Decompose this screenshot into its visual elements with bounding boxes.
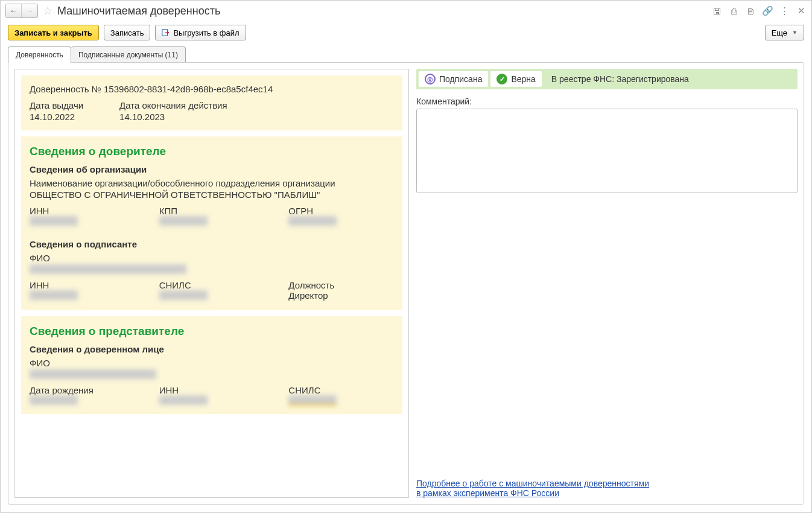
- back-button[interactable]: ←: [6, 4, 22, 18]
- more-button[interactable]: Еще▼: [765, 25, 804, 40]
- tab-signed-label: Подписанные документы (11): [78, 51, 178, 59]
- representative-section: Сведения о представителе Сведения о дове…: [21, 316, 402, 414]
- doc-number-box: Доверенность № 15396802-8831-42d8-968b-e…: [21, 75, 402, 130]
- signer-fio-redacted: xxxxxxxxxxxxxxxxxxxxxxxx: [30, 264, 186, 274]
- close-icon[interactable]: ✕: [796, 5, 807, 16]
- signer-position-value: Директор: [288, 290, 394, 301]
- document-view[interactable]: Доверенность № 15396802-8831-42d8-968b-e…: [14, 69, 409, 498]
- status-registry-label: В реестре ФНС: Зарегистрирована: [551, 74, 689, 84]
- save-label: Записать: [110, 28, 144, 37]
- issue-date-value: 14.10.2022: [30, 112, 83, 122]
- kpp-value-redacted: xxxxxxx: [159, 216, 208, 226]
- signer-inn-redacted: xxxxxxx: [30, 290, 78, 300]
- org-subtitle: Сведения об организации: [30, 164, 394, 174]
- rep-fio-redacted: xxxxxxxxxxxxxxxxxx: [30, 369, 156, 379]
- kpp-label: КПП: [159, 206, 265, 216]
- help-link-line2: в рамках эксперимента ФНС России: [416, 488, 559, 498]
- status-bar: ◎ Подписана ✓ Верна В реестре ФНС: Зарег…: [416, 69, 798, 89]
- rep-snils-label: СНИЛС: [288, 385, 394, 395]
- inn-label: ИНН: [30, 206, 135, 216]
- report-icon[interactable]: 🗎: [745, 5, 756, 16]
- signer-snils-redacted: xxxxxxxxx: [159, 290, 208, 300]
- more-vert-icon[interactable]: ⋮: [779, 5, 790, 16]
- rep-fio-label: ФИО: [30, 358, 394, 368]
- status-valid-label: Верна: [511, 74, 535, 84]
- save-close-label: Записать и закрыть: [14, 28, 92, 37]
- rep-title: Сведения о представителе: [30, 325, 394, 338]
- save-icon[interactable]: 🖫: [711, 5, 722, 16]
- save-and-close-button[interactable]: Записать и закрыть: [8, 25, 99, 40]
- org-name-label: Наименование организации/обособленного п…: [30, 178, 394, 188]
- tabs: Доверенность Подписанные документы (11): [1, 46, 811, 63]
- status-signed-label: Подписана: [439, 74, 482, 84]
- export-label: Выгрузить в файл: [173, 28, 239, 37]
- comment-textarea[interactable]: [416, 109, 798, 193]
- tab-signed-docs[interactable]: Подписанные документы (11): [71, 46, 186, 63]
- org-name-value: ОБЩЕСТВО С ОГРАНИЧЕННОЙ ОТВЕТСТВЕННОСТЬЮ…: [30, 190, 394, 200]
- end-date-value: 14.10.2023: [119, 112, 227, 122]
- export-icon: [162, 28, 170, 37]
- print-icon[interactable]: ⎙: [728, 5, 739, 16]
- end-date-label: Дата окончания действия: [119, 100, 227, 110]
- help-link-line1: Подробнее о работе с машиночитаемыми дов…: [416, 479, 649, 488]
- inn-value-redacted: xxxxxxxx: [30, 216, 78, 226]
- issue-date-label: Дата выдачи: [30, 100, 83, 110]
- arrow-right-icon: →: [25, 6, 34, 16]
- signer-subtitle: Сведения о подписанте: [30, 239, 394, 249]
- signer-fio-label: ФИО: [30, 253, 394, 263]
- check-icon: ✓: [496, 74, 507, 84]
- help-link-block: Подробнее о работе с машиночитаемыми дов…: [416, 479, 798, 498]
- stamp-icon: ◎: [425, 74, 436, 84]
- link-icon[interactable]: 🔗: [762, 5, 773, 16]
- principal-title: Сведения о доверителе: [30, 145, 394, 158]
- side-panel: ◎ Подписана ✓ Верна В реестре ФНС: Зарег…: [416, 69, 798, 498]
- ogrn-label: ОГРН: [288, 206, 394, 216]
- doc-number: Доверенность № 15396802-8831-42d8-968b-e…: [30, 84, 394, 94]
- window-titlebar: ← → ☆ Машиночитаемая доверенность 🖫 ⎙ 🗎 …: [1, 1, 811, 21]
- rep-snils-redacted: xxxxxxxxxx: [288, 395, 337, 406]
- rep-inn-redacted: xxxxxxxxx: [159, 395, 208, 405]
- rep-inn-label: ИНН: [159, 385, 265, 395]
- more-label: Еще: [772, 28, 787, 37]
- status-signed: ◎ Подписана: [419, 71, 488, 87]
- status-valid: ✓ Верна: [490, 71, 541, 87]
- tab-main-label: Доверенность: [16, 51, 63, 59]
- export-file-button[interactable]: Выгрузить в файл: [155, 25, 246, 40]
- rep-dob-label: Дата рождения: [30, 385, 135, 395]
- rep-subtitle: Сведения о доверенном лице: [30, 344, 394, 354]
- signer-position-label: Должность: [288, 280, 394, 290]
- save-button[interactable]: Записать: [104, 25, 151, 40]
- tab-doverennost[interactable]: Доверенность: [8, 46, 71, 63]
- signer-snils-label: СНИЛС: [159, 280, 265, 290]
- status-registry: В реестре ФНС: Зарегистрирована: [544, 71, 795, 87]
- window-title: Машиночитаемая доверенность: [57, 5, 220, 18]
- principal-section: Сведения о доверителе Сведения об органи…: [21, 136, 402, 310]
- comment-label: Комментарий:: [416, 97, 798, 106]
- chevron-down-icon: ▼: [792, 30, 798, 36]
- rep-dob-redacted: xxxxxxxx: [30, 395, 78, 405]
- ogrn-value-redacted: xxxxxxxxx: [288, 216, 337, 226]
- forward-button[interactable]: →: [22, 4, 37, 18]
- arrow-left-icon: ←: [10, 6, 18, 16]
- signer-inn-label: ИНН: [30, 280, 135, 290]
- command-toolbar: Записать и закрыть Записать Выгрузить в …: [1, 21, 811, 44]
- favorite-star-icon[interactable]: ☆: [43, 4, 52, 18]
- help-link[interactable]: Подробнее о работе с машиночитаемыми дов…: [416, 479, 649, 498]
